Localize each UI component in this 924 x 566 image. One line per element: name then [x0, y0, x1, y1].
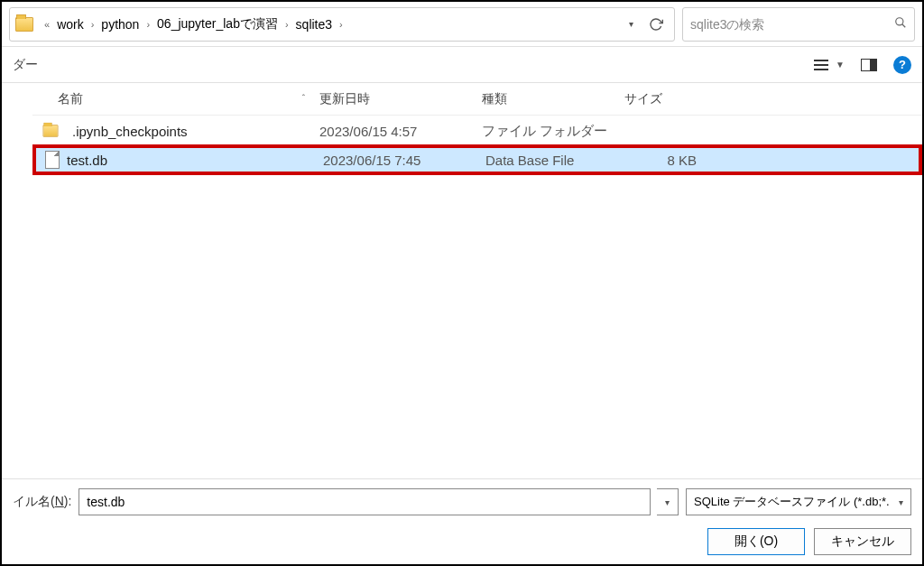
breadcrumb-overflow[interactable]: « [44, 19, 50, 30]
svg-point-0 [896, 18, 903, 25]
file-size: 8 KB [628, 153, 706, 168]
search-icon [894, 16, 907, 32]
column-header-name[interactable]: 名前 ˆ [32, 91, 319, 107]
toolbar-icons: ▼ ? [814, 56, 911, 74]
chevron-right-icon: › [339, 19, 343, 30]
filename-input[interactable] [79, 488, 651, 515]
file-date: 2023/06/15 7:45 [323, 153, 485, 168]
filename-row: イル名(N): ▾ SQLite データベースファイル (*.db;*. ▾ [13, 488, 911, 515]
breadcrumb-item[interactable]: sqlite3 [294, 15, 334, 33]
address-bar[interactable]: « work › python › 06_jupyter_labで演習 › sq… [9, 7, 675, 42]
file-row[interactable]: .ipynb_checkpoints 2023/06/15 4:57 ファイル … [32, 116, 922, 146]
chevron-right-icon: › [146, 19, 150, 30]
column-header-size[interactable]: サイズ [624, 91, 702, 107]
open-button[interactable]: 開く(O) [707, 528, 805, 555]
preview-pane-button[interactable] [861, 59, 877, 71]
view-options-button[interactable]: ▼ [814, 59, 845, 71]
open-button-highlight: 開く(O) [707, 528, 805, 555]
refresh-button[interactable] [643, 8, 669, 41]
search-box[interactable] [682, 7, 915, 42]
search-input[interactable] [690, 17, 894, 32]
toolbar: ダー ▼ ? [2, 47, 922, 83]
folder-panel-label: ダー [13, 57, 38, 73]
filetype-selected: SQLite データベースファイル (*.db;*. [694, 494, 890, 510]
file-type: Data Base File [485, 153, 628, 168]
filename-label: イル名(N): [13, 494, 71, 510]
top-bar: « work › python › 06_jupyter_labで演習 › sq… [2, 2, 922, 47]
cancel-button[interactable]: キャンセル [814, 528, 911, 555]
chevron-down-icon: ▾ [899, 497, 903, 507]
svg-rect-6 [870, 59, 877, 70]
file-date: 2023/06/15 4:57 [319, 124, 482, 139]
file-name: test.db [67, 153, 107, 168]
help-button[interactable]: ? [893, 56, 911, 74]
column-headers: 名前 ˆ 更新日時 種類 サイズ [32, 83, 922, 116]
file-name: .ipynb_checkpoints [72, 124, 188, 139]
folder-icon [43, 125, 59, 137]
file-list-area: 名前 ˆ 更新日時 種類 サイズ .ipynb_checkpoints 2023… [2, 83, 922, 471]
chevron-right-icon: › [91, 19, 95, 30]
filename-dropdown[interactable]: ▾ [657, 488, 679, 515]
file-row[interactable]: test.db 2023/06/15 7:45 Data Base File 8… [32, 144, 922, 175]
breadcrumb-item[interactable]: python [99, 15, 141, 33]
column-header-type[interactable]: 種類 [482, 91, 624, 107]
breadcrumb-item[interactable]: 06_jupyter_labで演習 [155, 14, 280, 34]
file-type: ファイル フォルダー [482, 123, 624, 140]
address-dropdown[interactable]: ▾ [618, 8, 643, 41]
folder-icon [15, 17, 33, 32]
svg-line-1 [902, 24, 906, 28]
file-icon [45, 151, 60, 169]
sort-indicator-icon: ˆ [302, 94, 305, 104]
column-header-label: 名前 [58, 91, 83, 107]
filetype-select[interactable]: SQLite データベースファイル (*.db;*. ▾ [686, 488, 911, 515]
column-header-date[interactable]: 更新日時 [319, 91, 482, 107]
breadcrumb-item[interactable]: work [55, 15, 86, 33]
chevron-right-icon: › [285, 19, 289, 30]
bottom-bar: イル名(N): ▾ SQLite データベースファイル (*.db;*. ▾ 開… [2, 478, 922, 564]
button-row: 開く(O) キャンセル [13, 528, 911, 555]
